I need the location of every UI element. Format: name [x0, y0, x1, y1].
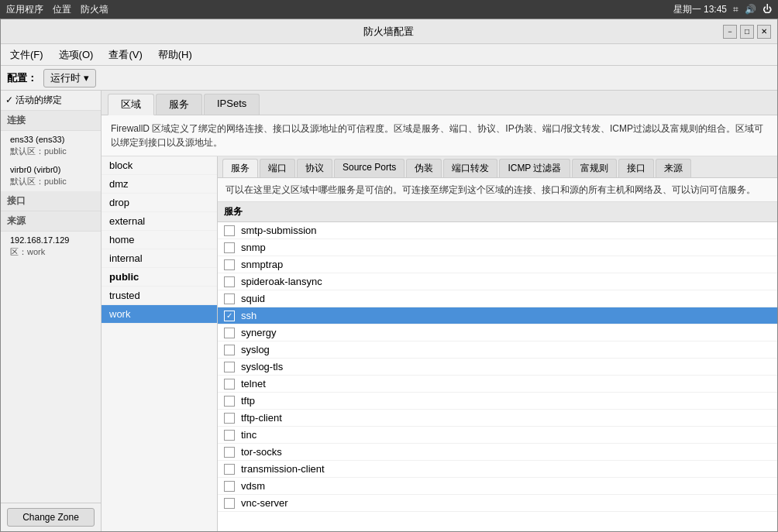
- volume-icon: 🔊: [745, 4, 756, 15]
- service-description: 可以在这里定义区域中哪些服务是可信的。可连接至绑定到这个区域的连接、接口和源的所…: [218, 178, 777, 202]
- close-button[interactable]: ✕: [757, 25, 771, 39]
- service-row-telnet[interactable]: telnet: [218, 376, 777, 393]
- service-panel: 服务端口协议Source Ports伪装端口转发ICMP 过滤器富规则接口来源 …: [218, 156, 777, 531]
- sub-tab-来源[interactable]: 来源: [656, 159, 691, 177]
- zone-item-dmz[interactable]: dmz: [102, 175, 217, 194]
- service-checkbox-synergy: [224, 328, 235, 338]
- service-row-tftp[interactable]: tftp: [218, 393, 777, 410]
- restore-button[interactable]: □: [740, 25, 754, 39]
- power-icon: ⏻: [763, 4, 772, 15]
- zone-item-trusted[interactable]: trusted: [102, 287, 217, 305]
- service-row-syslog[interactable]: syslog: [218, 342, 777, 359]
- service-row-tor-socks[interactable]: tor-socks: [218, 444, 777, 461]
- service-checkbox-tftp-client: [224, 413, 235, 424]
- config-label: 配置：: [7, 71, 37, 85]
- service-row-syslog-tls[interactable]: syslog-tls: [218, 359, 777, 376]
- apps-menu[interactable]: 应用程序: [6, 3, 43, 16]
- interface-header: 接口: [1, 191, 101, 211]
- tab-zone[interactable]: 区域: [108, 94, 154, 115]
- zone-item-work[interactable]: work: [102, 305, 217, 324]
- app-window: 防火墙配置 － □ ✕ 文件(F) 选项(O) 查看(V) 帮助(H) 配置： …: [0, 19, 778, 532]
- sub-tab-端口转发[interactable]: 端口转发: [443, 159, 497, 177]
- service-name-synergy: synergy: [241, 327, 277, 338]
- content-area: blockdmzdropexternalhomeinternalpublictr…: [102, 156, 777, 531]
- file-menu[interactable]: 文件(F): [4, 46, 50, 63]
- service-row-tftp-client[interactable]: tftp-client: [218, 410, 777, 427]
- help-menu[interactable]: 帮助(H): [152, 46, 198, 63]
- sub-tab-端口[interactable]: 端口: [260, 159, 295, 177]
- zone-item-external[interactable]: external: [102, 212, 217, 231]
- window-title: 防火墙配置: [53, 25, 723, 39]
- config-bar: 配置： 运行时 ▾: [1, 66, 777, 91]
- sub-tab-ICMP 过滤器[interactable]: ICMP 过滤器: [499, 159, 570, 177]
- service-name-telnet: telnet: [241, 378, 266, 390]
- service-checkbox-ssh: ✓: [224, 311, 235, 321]
- service-name-ssh: ssh: [241, 310, 256, 321]
- ens33-name: ens33 (ens33): [10, 134, 95, 146]
- service-name-tftp: tftp: [241, 395, 255, 407]
- service-row-transmission-client[interactable]: transmission-client: [218, 461, 777, 478]
- options-menu[interactable]: 选项(O): [53, 46, 100, 63]
- tab-ipsets[interactable]: IPSets: [204, 94, 260, 115]
- service-checkbox-squid: [224, 293, 235, 304]
- sub-tab-服务[interactable]: 服务: [222, 159, 258, 178]
- service-checkbox-transmission-client: [224, 464, 235, 475]
- connection-header: 连接: [1, 111, 101, 131]
- service-row-vdsm[interactable]: vdsm: [218, 478, 777, 495]
- system-bar: 应用程序 位置 防火墙 星期一 13:45 ⌗ 🔊 ⏻: [0, 0, 778, 19]
- service-name-snmptrap: snmptrap: [241, 259, 283, 270]
- view-menu[interactable]: 查看(V): [102, 46, 148, 63]
- source-zone: 区：work: [10, 246, 95, 258]
- zone-item-public[interactable]: public: [102, 268, 217, 287]
- service-row-squid[interactable]: squid: [218, 290, 777, 307]
- service-column-header: 服务: [218, 202, 777, 222]
- minimize-button[interactable]: －: [723, 25, 737, 39]
- service-row-snmp[interactable]: snmp: [218, 239, 777, 256]
- sub-tab-富规则[interactable]: 富规则: [572, 159, 617, 177]
- sub-tab-接口[interactable]: 接口: [618, 159, 654, 177]
- sidebar-item-ens33[interactable]: ens33 (ens33) 默认区：public: [1, 131, 101, 161]
- zone-item-block[interactable]: block: [102, 156, 217, 175]
- sub-tab-bar: 服务端口协议Source Ports伪装端口转发ICMP 过滤器富规则接口来源: [218, 156, 777, 178]
- tab-service[interactable]: 服务: [156, 94, 202, 115]
- service-row-spideroak-lansync[interactable]: spideroak-lansync: [218, 273, 777, 290]
- config-dropdown[interactable]: 运行时 ▾: [43, 69, 96, 88]
- source-header: 来源: [1, 211, 101, 232]
- service-checkbox-tinc: [224, 430, 235, 441]
- tab-bar: 区域 服务 IPSets: [102, 91, 777, 115]
- service-checkbox-snmptrap: [224, 259, 235, 270]
- title-bar: 防火墙配置 － □ ✕: [1, 19, 777, 44]
- sub-tab-Source Ports[interactable]: Source Ports: [334, 159, 404, 177]
- service-name-squid: squid: [241, 293, 265, 304]
- service-checkbox-vnc-server: [224, 498, 235, 509]
- zone-item-internal[interactable]: internal: [102, 249, 217, 268]
- zone-item-home[interactable]: home: [102, 231, 217, 249]
- service-name-vnc-server: vnc-server: [241, 497, 288, 509]
- virbr0-zone: 默认区：public: [10, 176, 95, 187]
- sub-tab-伪装[interactable]: 伪装: [406, 159, 442, 177]
- service-row-synergy[interactable]: synergy: [218, 324, 777, 342]
- service-row-ssh[interactable]: ✓ssh: [218, 307, 777, 324]
- service-row-tinc[interactable]: tinc: [218, 427, 777, 444]
- service-row-vnc-server[interactable]: vnc-server: [218, 495, 777, 512]
- locations-menu[interactable]: 位置: [53, 3, 71, 16]
- service-checkbox-spideroak-lansync: [224, 276, 235, 287]
- service-row-smtp-submission[interactable]: smtp-submission: [218, 222, 777, 239]
- sidebar-item-source[interactable]: 192.168.17.129 区：work: [1, 232, 101, 262]
- service-checkbox-syslog: [224, 345, 235, 355]
- service-table-container: 服务 smtp-submissionsnmpsnmptrapspideroak-…: [218, 202, 777, 531]
- change-zone-button[interactable]: Change Zone: [7, 508, 95, 527]
- service-name-tinc: tinc: [241, 429, 256, 441]
- firewall-menu[interactable]: 防火墙: [81, 3, 108, 16]
- sidebar-item-virbr0[interactable]: virbr0 (virbr0) 默认区：public: [1, 161, 101, 191]
- sidebar-footer: Change Zone: [1, 503, 101, 531]
- zone-item-drop[interactable]: drop: [102, 194, 217, 212]
- service-row-snmptrap[interactable]: snmptrap: [218, 256, 777, 273]
- main-content: ✓ 活动的绑定 连接 ens33 (ens33) 默认区：public virb…: [1, 91, 777, 531]
- sub-tab-协议[interactable]: 协议: [297, 159, 332, 177]
- system-bar-left: 应用程序 位置 防火墙: [6, 3, 108, 16]
- system-bar-right: 星期一 13:45 ⌗ 🔊 ⏻: [673, 3, 772, 16]
- service-checkbox-tftp: [224, 396, 235, 407]
- sidebar: ✓ 活动的绑定 连接 ens33 (ens33) 默认区：public virb…: [1, 91, 102, 531]
- active-binding-header: ✓ 活动的绑定: [1, 91, 101, 111]
